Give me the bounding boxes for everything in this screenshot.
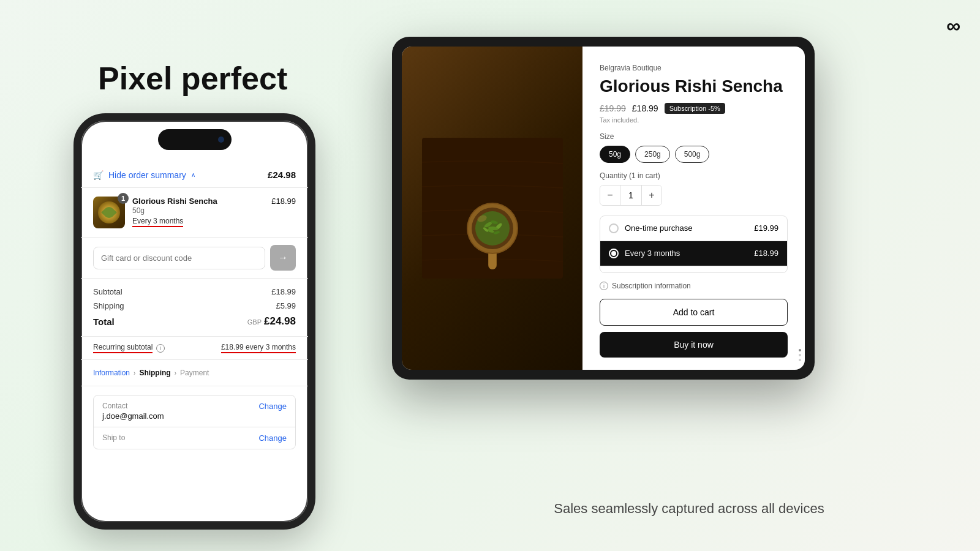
- cost-breakdown: Subtotal £18.99 Shipping £5.99 Total GBP…: [81, 279, 308, 337]
- scroll-dot-3: [799, 359, 801, 361]
- contact-block: Contact j.doe@gmail.com Change Ship to C…: [93, 395, 296, 449]
- contact-label: Contact: [102, 402, 258, 410]
- total-value: GBP£24.98: [247, 315, 296, 328]
- product-image-inner: [98, 201, 120, 223]
- subscription-info-text: Subscription information: [612, 282, 691, 290]
- phone-silent-button: [74, 194, 75, 216]
- step-information[interactable]: Information: [93, 369, 130, 377]
- recurring-value: £18.99 every 3 months: [221, 343, 296, 353]
- size-250g[interactable]: 250g: [635, 146, 670, 163]
- discount-row: →: [81, 238, 308, 279]
- subtotal-label: Subtotal: [93, 287, 123, 296]
- ship-to-change-link[interactable]: Change: [258, 433, 287, 443]
- page-title: Pixel perfect: [98, 61, 287, 96]
- discount-input[interactable]: [93, 247, 265, 269]
- option-3months-left: Every 3 months: [609, 249, 680, 258]
- radio-3months: [609, 249, 619, 258]
- recurring-row: Recurring subtotal i £18.99 every 3 mont…: [81, 337, 308, 360]
- price-row: £19.99 £18.99 Subscription -5%: [600, 103, 788, 114]
- total-row: Total GBP£24.98: [93, 315, 296, 328]
- option-3months-price: £18.99: [754, 249, 778, 258]
- radio-one-time: [609, 223, 619, 233]
- product-info: Glorious Rishi Sencha 50g Every 3 months: [132, 197, 264, 227]
- qty-minus-button[interactable]: −: [600, 186, 620, 205]
- subtotal-value: £18.99: [271, 287, 296, 296]
- option-every-3-months[interactable]: Every 3 months £18.99: [600, 241, 787, 266]
- phone-power-button: [314, 225, 315, 274]
- tablet-product-title: Glorious Rishi Sencha: [600, 76, 788, 97]
- shipping-row: Shipping £5.99: [93, 301, 296, 310]
- product-name: Glorious Rishi Sencha: [132, 197, 264, 206]
- size-50g[interactable]: 50g: [600, 146, 630, 163]
- cart-icon: 🛒: [93, 170, 104, 180]
- tea-bowl-svg: [422, 138, 563, 279]
- buy-now-button[interactable]: Buy it now: [600, 332, 788, 358]
- phone-content: 🛒 Hide order summary ∧ £24.98 1 Glorious…: [81, 121, 308, 522]
- total-currency: GBP: [247, 318, 262, 326]
- size-label: Size: [600, 132, 788, 141]
- ship-to-label: Ship to: [102, 433, 258, 442]
- scroll-dot-2: [799, 354, 801, 356]
- leaf-shape: [101, 204, 116, 220]
- option-one-time-label: One-time purchase: [625, 223, 693, 233]
- step-payment: Payment: [180, 369, 209, 377]
- shipping-label: Shipping: [93, 301, 124, 310]
- sale-price: £18.99: [632, 103, 658, 113]
- product-row: 1 Glorious Rishi Sencha 50g Every 3 mont…: [81, 188, 308, 238]
- size-options: 50g 250g 500g: [600, 146, 788, 163]
- brand-name: Belgravia Boutique: [600, 64, 788, 72]
- recurring-label-wrap: Recurring subtotal i: [93, 343, 165, 353]
- camera-dot: [218, 137, 224, 143]
- tablet-inner: Belgravia Boutique Glorious Rishi Sencha…: [402, 47, 805, 370]
- product-image-wrap: 1: [93, 197, 125, 228]
- scroll-dot-1: [799, 349, 801, 351]
- contact-row: Contact j.doe@gmail.com Change: [94, 395, 295, 427]
- dynamic-island: [158, 129, 232, 150]
- add-to-cart-button[interactable]: Add to cart: [600, 299, 788, 326]
- contact-info: Contact j.doe@gmail.com: [102, 402, 258, 421]
- order-summary-row[interactable]: 🛒 Hide order summary ∧ £24.98: [81, 162, 308, 188]
- discount-apply-button[interactable]: →: [270, 245, 296, 271]
- qty-row: − 1 +: [600, 185, 788, 206]
- logo-symbol: ∞: [946, 15, 960, 37]
- scroll-indicator: [799, 349, 801, 361]
- phone-volume-up-button: [74, 225, 75, 259]
- subscription-info-row: i Subscription information: [600, 282, 788, 290]
- qty-label: Quantity (1 in cart): [600, 171, 788, 180]
- size-500g[interactable]: 500g: [675, 146, 710, 163]
- ship-to-info: Ship to: [102, 433, 258, 442]
- product-subscription: Every 3 months: [132, 217, 183, 227]
- checkout-steps: Information › Shipping › Payment: [81, 360, 308, 386]
- radio-3months-inner: [611, 251, 616, 256]
- chevron-right-icon-1: ›: [134, 370, 135, 377]
- purchase-options: One-time purchase £19.99 Every 3 months …: [600, 216, 788, 273]
- product-price: £18.99: [271, 197, 296, 206]
- option-monthly[interactable]: Monthly £17.49: [600, 266, 787, 273]
- ship-to-row: Ship to Change: [94, 427, 295, 449]
- chevron-right-icon-2: ›: [175, 370, 176, 377]
- tax-note: Tax included.: [600, 116, 788, 124]
- step-shipping[interactable]: Shipping: [139, 369, 170, 377]
- recurring-label: Recurring subtotal: [93, 343, 153, 353]
- tablet-mockup: Belgravia Boutique Glorious Rishi Sencha…: [392, 37, 815, 380]
- hide-order-summary-label[interactable]: Hide order summary: [108, 170, 186, 180]
- subscription-badge: Subscription -5%: [665, 103, 725, 114]
- qty-value: 1: [620, 186, 642, 205]
- chevron-up-icon: ∧: [191, 171, 195, 178]
- contact-change-link[interactable]: Change: [258, 402, 287, 411]
- recurring-info-icon[interactable]: i: [156, 344, 165, 353]
- tablet-product-detail: Belgravia Boutique Glorious Rishi Sencha…: [582, 47, 805, 370]
- option-one-time-price: £19.99: [754, 223, 778, 233]
- original-price: £19.99: [600, 103, 626, 113]
- subtotal-row: Subtotal £18.99: [93, 287, 296, 296]
- option-one-time-left: One-time purchase: [609, 223, 693, 233]
- tablet-product-image-side: [402, 47, 582, 370]
- contact-email: j.doe@gmail.com: [102, 411, 258, 421]
- order-total-price: £24.98: [268, 170, 296, 180]
- qty-control: − 1 +: [600, 185, 662, 206]
- hide-order-summary[interactable]: 🛒 Hide order summary ∧: [93, 170, 195, 180]
- option-one-time[interactable]: One-time purchase £19.99: [600, 216, 787, 241]
- phone-mockup: 🛒 Hide order summary ∧ £24.98 1 Glorious…: [74, 113, 315, 530]
- phone-volume-down-button: [74, 268, 75, 302]
- qty-plus-button[interactable]: +: [642, 186, 662, 205]
